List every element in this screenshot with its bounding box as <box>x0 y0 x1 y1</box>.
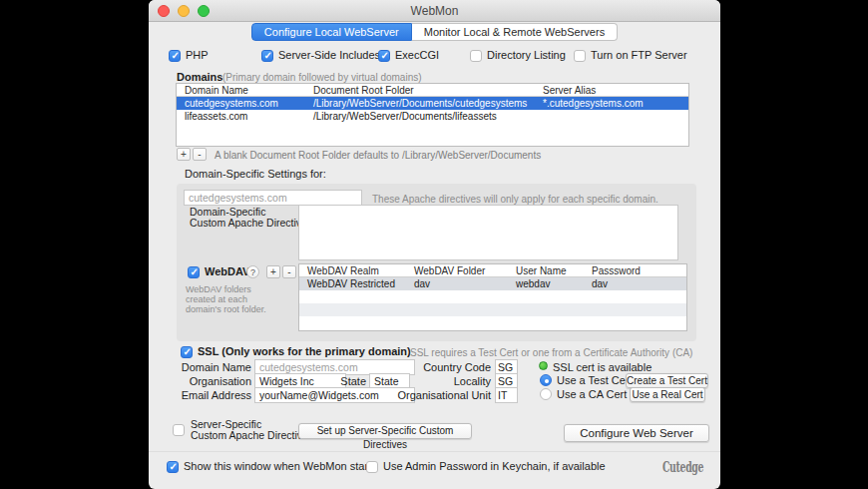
webdav-note-line2: created at each <box>186 294 247 305</box>
keychain-label: Use Admin Password in Keychain, if avail… <box>383 460 606 472</box>
use-test-cert-label: Use a Test Cert <box>557 374 633 386</box>
domains-label: Domains <box>177 71 222 83</box>
table-row[interactable]: lifeassets.com /Library/WebServer/Docume… <box>177 110 688 123</box>
directory-listing-label: Directory Listing <box>487 49 566 61</box>
table-row[interactable] <box>299 303 686 316</box>
checkbox-unchecked-icon <box>470 50 482 62</box>
directory-listing-checkbox[interactable]: Directory Listing <box>470 49 566 62</box>
use-ca-cert-radio[interactable]: Use a CA Cert <box>540 388 627 400</box>
desktop-background: WebMon Configure Local WebServer Monitor… <box>0 0 868 489</box>
use-test-cert-radio[interactable]: Use a Test Cert <box>540 374 633 386</box>
execcgi-checkbox[interactable]: ExecCGI <box>378 49 439 62</box>
domain-specific-hint: These Apache directives will only apply … <box>372 194 658 205</box>
webdav-label: WebDAV <box>205 265 249 277</box>
checkbox-checked-icon <box>378 50 390 62</box>
domain-specific-settings-title: Domain-Specific Settings for: <box>185 168 326 180</box>
domains-note: A blank Document Root Folder defaults to… <box>215 150 541 161</box>
organisation-label: Organisation <box>174 375 251 387</box>
server-alias-cell: *.cutedgesystems.com <box>543 98 644 109</box>
checkbox-unchecked-icon <box>366 461 378 473</box>
webdav-table: WebDAV Realm WebDAV Folder User Name Pas… <box>298 263 687 331</box>
domains-sublabel: (Primary domain followed by virtual doma… <box>222 72 422 83</box>
col-password: Passsword <box>592 265 641 276</box>
custom-directives-label-line2: Custom Apache Directives <box>190 217 312 229</box>
webdav-folder-cell: dav <box>414 278 430 289</box>
webdav-realm-cell: WebDAV Restricted <box>307 278 395 289</box>
window-title: WebMon <box>149 4 720 18</box>
webmon-window: WebMon Configure Local WebServer Monitor… <box>149 0 720 489</box>
webdav-help-button[interactable]: ? <box>246 265 259 278</box>
user-name-cell: webdav <box>516 278 550 289</box>
ftp-server-label: Turn on FTP Server <box>591 49 687 61</box>
webdav-checkbox[interactable]: WebDAV <box>188 265 249 278</box>
create-test-cert-button[interactable]: Create a Test Cert <box>626 373 708 388</box>
php-checkbox[interactable]: PHP <box>169 49 209 62</box>
ssl-checkbox[interactable]: SSL (Only works for the primary domain) <box>181 345 411 358</box>
webdav-note-line1: WebDAV folders <box>186 284 251 295</box>
show-window-label: Show this window when WebMon starts <box>184 460 377 472</box>
domain-name-cell: cutedgesystems.com <box>185 98 278 109</box>
table-row[interactable] <box>299 290 686 303</box>
organisational-unit-field[interactable] <box>495 387 518 403</box>
configure-web-server-button[interactable]: Configure Web Server <box>564 424 709 442</box>
custom-apache-directives-textarea[interactable] <box>298 205 678 260</box>
col-webdav-folder: WebDAV Folder <box>414 265 485 276</box>
cutedge-logo: Cutedge <box>662 458 703 476</box>
domain-specific-panel: These Apache directives will only apply … <box>177 184 696 341</box>
use-ca-cert-label: Use a CA Cert <box>557 388 627 400</box>
php-label: PHP <box>186 49 209 61</box>
ssl-cert-status-icon <box>539 361 548 370</box>
table-row[interactable]: WebDAV Restricted dav webdav dav <box>299 277 686 290</box>
window-titlebar[interactable]: WebMon <box>149 0 720 22</box>
col-server-alias: Server Alias <box>543 85 596 96</box>
remove-domain-button[interactable]: - <box>193 148 207 161</box>
col-document-root: Document Root Folder <box>313 85 414 96</box>
document-root-cell: /Library/WebServer/Documents/lifeassets <box>313 111 497 122</box>
country-code-label: Country Code <box>378 361 491 373</box>
col-webdav-realm: WebDAV Realm <box>307 265 379 276</box>
setup-server-specific-directives-button[interactable]: Set up Server-Specific Custom Directives <box>298 423 472 439</box>
webdav-table-header: WebDAV Realm WebDAV Folder User Name Pas… <box>299 264 686 277</box>
locality-label: Locality <box>378 375 491 387</box>
domain-name-cell: lifeassets.com <box>185 111 247 122</box>
organisational-unit-label: Organisational Unit <box>378 389 491 401</box>
keychain-password-checkbox[interactable]: Use Admin Password in Keychain, if avail… <box>366 460 606 473</box>
server-side-includes-checkbox[interactable]: Server-Side Includes <box>261 49 380 62</box>
checkbox-unchecked-icon <box>574 50 586 62</box>
add-domain-button[interactable]: + <box>177 148 191 161</box>
footer-divider <box>149 451 720 452</box>
domain-specific-domain-field[interactable] <box>184 190 362 206</box>
domains-table: Domain Name Document Root Folder Server … <box>176 83 689 147</box>
checkbox-unchecked-icon <box>173 424 185 436</box>
domains-table-header: Domain Name Document Root Folder Server … <box>177 84 688 97</box>
ssl-cert-status-text: SSL cert is available <box>553 361 651 373</box>
ssl-hint: SSL requires a Test Cert or one from a C… <box>410 347 692 358</box>
server-specific-label-line2: Custom Apache Directives <box>191 429 313 441</box>
col-domain-name: Domain Name <box>185 85 248 96</box>
show-window-on-start-checkbox[interactable]: Show this window when WebMon starts <box>167 460 377 473</box>
tab-configure-local-webserver[interactable]: Configure Local WebServer <box>251 23 412 41</box>
password-cell: dav <box>592 278 608 289</box>
webdav-note-line3: domain's root folder. <box>186 304 266 315</box>
checkbox-checked-icon <box>261 50 273 62</box>
radio-unselected-icon <box>540 388 552 400</box>
document-root-cell: /Library/WebServer/Documents/cutedgesyst… <box>313 98 527 109</box>
add-webdav-button[interactable]: + <box>266 265 280 278</box>
server-specific-directives-checkbox[interactable] <box>173 423 185 436</box>
table-row[interactable]: cutedgesystems.com /Library/WebServer/Do… <box>177 97 688 110</box>
checkbox-checked-icon <box>169 50 181 62</box>
ssl-label: SSL (Only works for the primary domain) <box>198 345 411 357</box>
domain-name-label: Domain Name <box>174 361 251 373</box>
server-side-includes-label: Server-Side Includes <box>278 49 380 61</box>
checkbox-checked-icon <box>167 461 179 473</box>
execcgi-label: ExecCGI <box>395 49 439 61</box>
remove-webdav-button[interactable]: - <box>282 265 296 278</box>
radio-selected-icon <box>540 374 552 386</box>
ftp-server-checkbox[interactable]: Turn on FTP Server <box>574 49 687 62</box>
email-address-label: Email Address <box>174 389 251 401</box>
checkbox-checked-icon <box>188 266 200 278</box>
tab-bar: Configure Local WebServer Monitor Local … <box>149 23 720 41</box>
use-real-cert-button[interactable]: Use a Real Cert <box>630 387 705 402</box>
table-row[interactable] <box>299 316 686 329</box>
tab-monitor-remote-webservers[interactable]: Monitor Local & Remote WebServers <box>412 23 618 41</box>
